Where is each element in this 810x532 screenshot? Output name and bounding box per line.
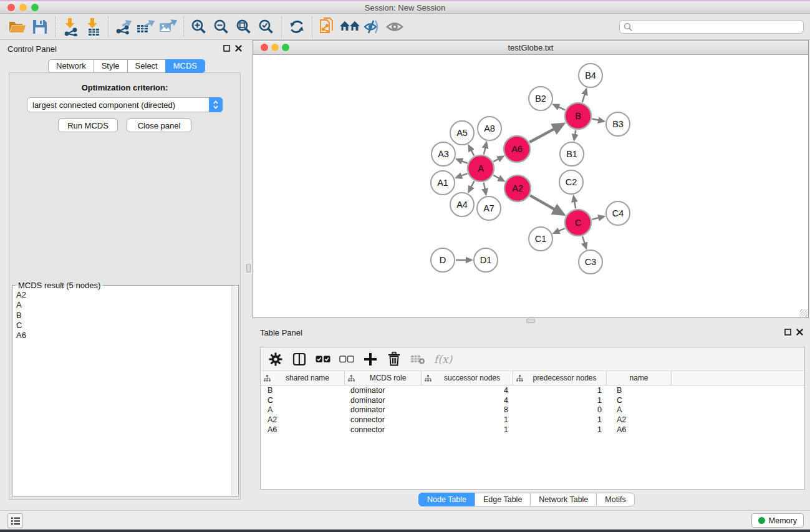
- table-cell[interactable]: 1: [513, 396, 607, 405]
- graph-node-A8[interactable]: A8: [478, 117, 501, 140]
- resize-grip[interactable]: [800, 309, 808, 317]
- graph-node-B2[interactable]: B2: [529, 87, 552, 110]
- close-panel-icon[interactable]: [235, 45, 242, 52]
- tab-edge-table[interactable]: Edge Table: [475, 493, 531, 506]
- export-image-icon[interactable]: [157, 16, 180, 38]
- graph-node-C2[interactable]: C2: [559, 170, 583, 194]
- column-header-name[interactable]: name: [607, 371, 672, 385]
- table-row[interactable]: A2connector11A2: [261, 415, 804, 425]
- open-session-icon[interactable]: [6, 16, 29, 38]
- graph-edge-B-B1[interactable]: [575, 130, 576, 135]
- graph-node-A2[interactable]: A2: [504, 175, 531, 201]
- hide-graphics-details-icon[interactable]: [361, 16, 383, 38]
- graph-node-B[interactable]: B: [565, 103, 591, 129]
- table-cell[interactable]: 1: [513, 415, 607, 424]
- table-row[interactable]: Cdominator41C: [261, 395, 804, 405]
- graph-edge-A-A3[interactable]: [461, 161, 468, 163]
- add-column-icon[interactable]: [363, 351, 378, 367]
- table-cell[interactable]: A2: [261, 415, 345, 424]
- tab-node-table[interactable]: Node Table: [418, 493, 475, 506]
- export-table-icon[interactable]: [135, 16, 157, 38]
- table-cell[interactable]: A6: [607, 425, 672, 434]
- table-cell[interactable]: dominator: [345, 396, 422, 405]
- graph-edge-A-A1[interactable]: [461, 173, 467, 176]
- graph-node-A[interactable]: A: [468, 155, 494, 181]
- graph-node-C[interactable]: C: [565, 210, 591, 236]
- mcds-result-item[interactable]: A: [14, 300, 231, 310]
- search-box[interactable]: [619, 20, 804, 34]
- task-history-button[interactable]: [7, 513, 23, 528]
- mcds-result-item[interactable]: A6: [14, 331, 231, 341]
- table-cell[interactable]: A: [261, 405, 345, 414]
- vertical-splitter-handle[interactable]: [246, 264, 251, 273]
- tab-network[interactable]: Network: [48, 59, 94, 73]
- table-cell[interactable]: A2: [607, 415, 672, 424]
- table-row[interactable]: A6connector11A6: [261, 425, 804, 435]
- graph-edge-B-B3[interactable]: [592, 119, 599, 120]
- home-icon[interactable]: [339, 16, 361, 38]
- select-all-columns-icon[interactable]: [316, 351, 330, 367]
- graph-edge-C-C1[interactable]: [558, 228, 564, 231]
- horizontal-splitter-handle[interactable]: [526, 319, 535, 323]
- tab-select[interactable]: Select: [127, 59, 166, 73]
- table-row[interactable]: Adominator80A: [261, 405, 804, 415]
- graph-edge-A-A4[interactable]: [471, 181, 474, 187]
- graph-edge-C-C2[interactable]: [574, 201, 576, 209]
- graph-node-C4[interactable]: C4: [606, 201, 630, 225]
- graph-node-A3[interactable]: A3: [432, 142, 455, 166]
- close-panel-button[interactable]: Close panel: [127, 118, 191, 132]
- tab-motifs[interactable]: Motifs: [596, 493, 634, 506]
- graph-node-A7[interactable]: A7: [477, 196, 501, 220]
- table-cell[interactable]: A: [607, 405, 672, 414]
- close-table-panel-icon[interactable]: [796, 329, 803, 336]
- graph-edge-B-B4[interactable]: [582, 94, 585, 102]
- mcds-result-item[interactable]: C: [14, 321, 231, 331]
- graph-node-C1[interactable]: C1: [529, 227, 552, 251]
- graph-edge-A-A6[interactable]: [493, 159, 499, 162]
- table-cell[interactable]: 1: [513, 386, 607, 395]
- result-scrollbar[interactable]: [231, 286, 238, 495]
- table-cell[interactable]: C: [261, 396, 345, 405]
- column-header-successor-nodes[interactable]: successor nodes: [422, 371, 513, 385]
- zoom-selected-icon[interactable]: [255, 16, 277, 38]
- graph-node-A5[interactable]: A5: [450, 121, 474, 145]
- table-cell[interactable]: 0: [513, 405, 607, 414]
- column-header-mcds-role[interactable]: MCDS role: [345, 371, 422, 385]
- graph-node-A4[interactable]: A4: [450, 193, 474, 216]
- zoom-in-icon[interactable]: [188, 16, 210, 38]
- table-cell[interactable]: C: [607, 396, 672, 405]
- zoom-fit-icon[interactable]: [233, 16, 255, 38]
- table-cell[interactable]: connector: [345, 415, 422, 424]
- table-row[interactable]: Bdominator41B: [261, 385, 804, 395]
- run-mcds-button[interactable]: Run MCDS: [58, 118, 118, 132]
- graph-node-B3[interactable]: B3: [606, 112, 630, 136]
- graph-node-A6[interactable]: A6: [504, 136, 530, 162]
- graph-edge-A-A5[interactable]: [471, 150, 474, 155]
- table-cell[interactable]: dominator: [345, 405, 422, 414]
- table-cell[interactable]: B: [607, 386, 672, 395]
- delete-columns-icon[interactable]: [387, 351, 402, 367]
- mcds-result-list[interactable]: A2ABCA6: [14, 290, 231, 495]
- import-table-icon[interactable]: [82, 16, 104, 38]
- network-canvas[interactable]: B4B2BB3A8A5A6A3B1AC2A1A2A4A7C4CC1DD1C3: [253, 55, 808, 317]
- show-graphics-details-icon[interactable]: [383, 16, 406, 38]
- graph-edge-A2-C[interactable]: [530, 195, 556, 210]
- table-cell[interactable]: 1: [422, 425, 513, 434]
- graph-edge-C-C3[interactable]: [582, 236, 585, 244]
- graph-node-A1[interactable]: A1: [431, 171, 455, 195]
- graph-node-C3[interactable]: C3: [579, 250, 602, 274]
- new-network-from-selection-icon[interactable]: [316, 16, 339, 38]
- table-cell[interactable]: 4: [422, 396, 513, 405]
- float-table-panel-icon[interactable]: [784, 329, 791, 336]
- graph-edge-B-B2[interactable]: [558, 107, 565, 110]
- table-cell[interactable]: connector: [345, 425, 422, 434]
- graph-node-B1[interactable]: B1: [560, 142, 584, 166]
- table-cell[interactable]: A6: [261, 425, 345, 434]
- table-cell[interactable]: 4: [422, 386, 513, 395]
- table-cell[interactable]: 1: [422, 415, 513, 424]
- table-options-icon[interactable]: [268, 351, 283, 367]
- table-cell[interactable]: dominator: [345, 386, 422, 395]
- graph-edge-A-A8[interactable]: [484, 147, 485, 154]
- table-cell[interactable]: 8: [422, 405, 513, 414]
- save-session-icon[interactable]: [29, 16, 51, 38]
